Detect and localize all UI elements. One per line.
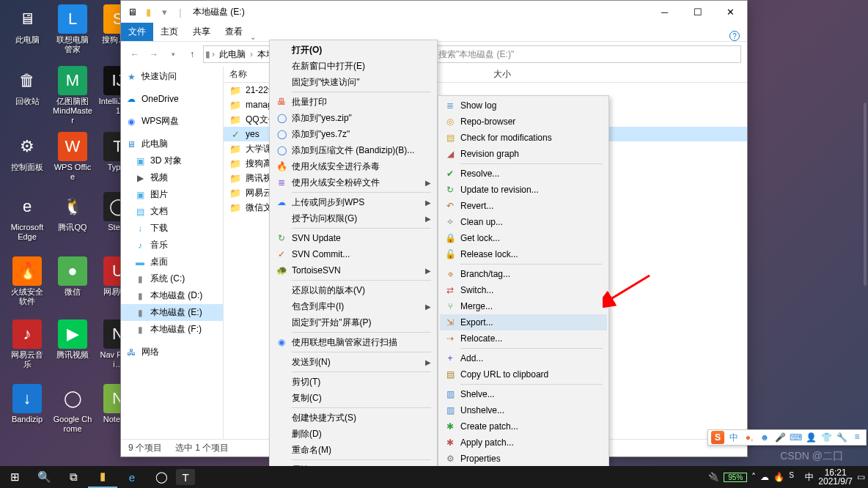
tray-chevron-icon[interactable]: ˄ (751, 472, 756, 482)
tray-cloud-icon[interactable]: ☁ (760, 472, 769, 482)
help-icon[interactable]: ? (729, 31, 740, 41)
menu-item[interactable]: ✱Create patch... (440, 418, 607, 435)
ime-punct-icon[interactable]: ●, (743, 432, 755, 443)
explorer-taskbtn[interactable]: ▮ (88, 466, 117, 488)
desktop-icon[interactable]: WWPS Office (53, 132, 92, 182)
ime-tool-icon[interactable]: 🔧 (836, 432, 847, 443)
menu-item[interactable]: ◉使用联想电脑管家进行扫描 (271, 334, 435, 350)
qat-icon[interactable]: ▾ (158, 5, 171, 18)
tray-sogou-icon[interactable]: S (789, 471, 801, 483)
notification-button[interactable]: ▭ (857, 472, 865, 482)
desktop-icon[interactable]: ♪网易云音乐 (7, 319, 47, 369)
typora-taskbtn[interactable]: T (176, 469, 195, 485)
menu-item[interactable]: ◎Repo-browser (440, 114, 607, 130)
menu-item[interactable]: ≣Show log (440, 97, 607, 114)
sogou-icon[interactable]: S (711, 431, 724, 444)
desktop-icon[interactable]: ◯Google Chrome (53, 384, 92, 434)
sidebar-item[interactable]: ▶视频 (121, 169, 223, 186)
back-button[interactable]: ← (127, 46, 143, 62)
menu-item[interactable]: 包含到库中(I)▶ (271, 298, 435, 314)
menu-item[interactable]: 删除(D) (271, 426, 435, 442)
up-button[interactable]: ↑ (184, 46, 200, 62)
system-menu-icon[interactable]: 🖥 (125, 5, 139, 18)
menu-item[interactable]: 还原以前的版本(V) (271, 282, 435, 298)
ribbon-view-tab[interactable]: 查看 (218, 23, 250, 41)
tray-plug-icon[interactable]: 🔌 (708, 472, 719, 482)
menu-item[interactable]: ↶Revert... (440, 198, 607, 214)
menu-item[interactable]: ⎆Branch/tag... (440, 266, 607, 282)
menu-item[interactable]: 在新窗口中打开(E) (271, 58, 435, 74)
minimize-button[interactable]: ─ (648, 1, 681, 23)
menu-item[interactable]: ≣使用火绒安全粉碎文件▶ (271, 174, 435, 191)
menu-item[interactable]: 打开(O) (271, 42, 435, 58)
menu-item[interactable]: 固定到"开始"屏幕(P) (271, 314, 435, 330)
menu-item[interactable]: ⇄Switch... (440, 282, 607, 298)
start-button[interactable]: ⊞ (0, 466, 29, 488)
menu-item[interactable]: ⑂Merge... (440, 298, 607, 314)
menu-item[interactable]: 🔥使用火绒安全进行杀毒 (271, 158, 435, 174)
crumb-thispc[interactable]: 此电脑 (216, 48, 249, 61)
menu-item[interactable]: ↻Update to revision... (440, 182, 607, 198)
menu-item[interactable]: ✱Apply patch... (440, 435, 607, 451)
ribbon-share-tab[interactable]: 共享 (185, 23, 218, 41)
desktop-icon[interactable]: 🖥此电脑 (7, 4, 47, 45)
taskview-button[interactable]: ⧉ (59, 466, 88, 488)
menu-item[interactable]: ↻SVN Update (271, 230, 435, 246)
menu-item[interactable]: ☁上传或同步到WPS▶ (271, 194, 435, 210)
menu-item[interactable]: ▤Copy URL to clipboard (440, 366, 607, 382)
search-button[interactable]: 🔍 (29, 466, 59, 488)
desktop-icon[interactable]: 🗑回收站 (7, 66, 47, 106)
sidebar-item[interactable]: ☁OneDrive (121, 91, 223, 107)
ime-mode[interactable]: 中 (728, 432, 740, 443)
menu-item[interactable]: ⚙Properties (440, 451, 607, 467)
ime-emoji-icon[interactable]: ☻ (759, 432, 770, 443)
sidebar-item[interactable]: ♪音乐 (121, 237, 223, 254)
sidebar-item[interactable]: ★快速访问 (121, 68, 223, 85)
maximize-button[interactable]: ☐ (681, 1, 714, 23)
sidebar-item[interactable]: ▤文档 (121, 203, 223, 220)
menu-item[interactable]: ▥Shelve... (440, 386, 607, 402)
desktop-icon[interactable]: M亿图脑图 MindMaster (53, 66, 92, 125)
menu-item[interactable]: 发送到(N)▶ (271, 354, 435, 370)
menu-item[interactable]: ◯添加到"yes.zip" (271, 110, 435, 126)
search-input[interactable]: 搜索"本地磁盘 (E:)" (433, 45, 741, 63)
menu-item[interactable]: 剪切(T) (271, 374, 435, 390)
tray-clock[interactable]: 16:21 2021/9/7 (818, 468, 853, 486)
sidebar-item[interactable]: ◉WPS网盘 (121, 113, 223, 130)
desktop-icon[interactable]: ⚙控制面板 (7, 132, 47, 172)
desktop-icon[interactable]: L联想电脑管家 (53, 4, 92, 54)
sidebar-item[interactable]: ▮系统 (C:) (121, 270, 223, 287)
menu-item[interactable]: ✧Clean up... (440, 214, 607, 230)
close-button[interactable]: ✕ (714, 1, 747, 23)
desktop-icon[interactable]: ●微信 (53, 256, 92, 297)
menu-item[interactable]: ✔Resolve... (440, 166, 607, 182)
sidebar-item[interactable]: ▣3D 对象 (121, 152, 223, 169)
sidebar-item[interactable]: ▮本地磁盘 (D:) (121, 287, 223, 304)
menu-item[interactable]: ◯添加到"yes.7z" (271, 126, 435, 142)
desktop-icon[interactable]: ↓Bandizip (7, 384, 47, 424)
sidebar-item[interactable]: ▣图片 (121, 186, 223, 203)
menu-item[interactable]: 重命名(M) (271, 442, 435, 458)
menu-item[interactable]: ⇲Export... (440, 314, 607, 330)
ime-toolbar[interactable]: S 中 ●, ☻ 🎤 ⌨ 👤 👕 🔧 ≡ (707, 429, 867, 446)
desktop-icon[interactable]: ▶腾讯视频 (53, 319, 92, 360)
sogou-taskbtn[interactable]: ◯ (147, 466, 176, 488)
ime-menu-icon[interactable]: ≡ (851, 431, 863, 443)
sidebar-item[interactable]: 🖥此电脑 (121, 136, 223, 152)
col-size[interactable]: 大小 (488, 68, 517, 81)
sidebar-item[interactable]: ▮本地磁盘 (F:) (121, 321, 223, 338)
ribbon-expand-icon[interactable]: ⌄ (250, 33, 256, 41)
menu-item[interactable]: ◯添加到压缩文件 (Bandizip)(B)... (271, 142, 435, 158)
ribbon-home-tab[interactable]: 主页 (153, 23, 185, 41)
sidebar-item[interactable]: ▬桌面 (121, 254, 223, 270)
menu-item[interactable]: ▤Check for modifications (440, 130, 607, 146)
menu-item[interactable]: 创建快捷方式(S) (271, 410, 435, 426)
ime-skin-icon[interactable]: 👕 (820, 432, 832, 443)
ime-keyboard-icon[interactable]: ⌨ (790, 432, 801, 443)
ime-user-icon[interactable]: 👤 (805, 432, 817, 443)
menu-item[interactable]: 授予访问权限(G)▶ (271, 210, 435, 226)
menu-item[interactable]: 🐢TortoiseSVN▶ (271, 262, 435, 278)
menu-item[interactable]: 固定到"快速访问" (271, 74, 435, 90)
history-dropdown[interactable]: ▾ (165, 46, 181, 62)
menu-item[interactable]: ▥Unshelve... (440, 402, 607, 418)
